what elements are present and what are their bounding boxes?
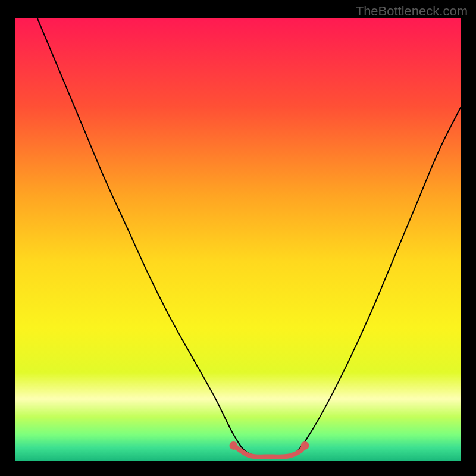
- svg-point-1: [301, 441, 309, 450]
- watermark-text: TheBottleneck.com: [356, 4, 468, 19]
- chart-frame: [15, 18, 461, 461]
- svg-point-0: [230, 441, 238, 450]
- gradient-background: [15, 18, 461, 461]
- chart-plot: [15, 18, 461, 461]
